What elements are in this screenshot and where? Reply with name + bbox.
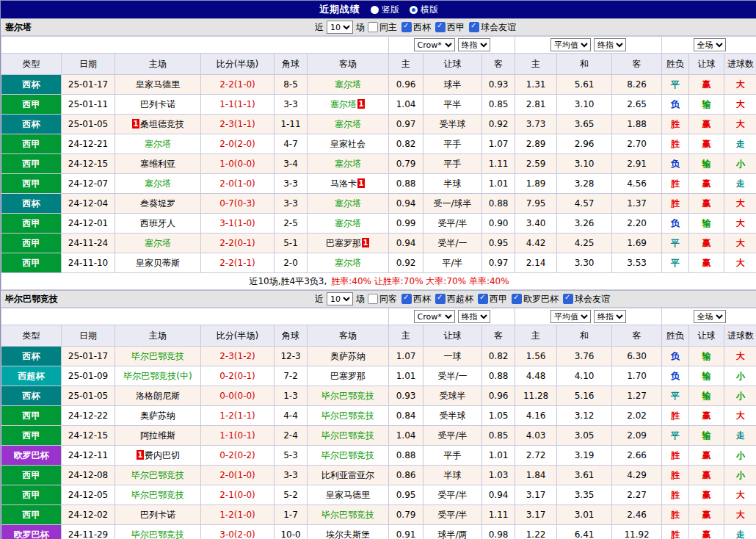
home-team-link[interactable]: 洛格朗尼斯	[136, 391, 180, 401]
layout-option-horizontal[interactable]: 横版	[410, 4, 438, 16]
away-team-link[interactable]: 塞尔塔	[335, 198, 361, 209]
home-team-link[interactable]: 叁葵堤罗	[140, 198, 175, 209]
asian-time-select[interactable]: 终指	[458, 38, 490, 51]
away-team-link[interactable]: 塞尔塔	[335, 79, 361, 90]
filter-checkbox[interactable]: 同主	[368, 21, 397, 34]
home-team-link[interactable]: 费内巴切	[145, 450, 180, 460]
euro-type-select[interactable]: 平均值	[550, 38, 591, 51]
column-header: 进球数	[724, 325, 756, 347]
scope-select-cell: 全场	[662, 37, 756, 54]
match-date: 25-01-05	[62, 386, 115, 406]
score-link[interactable]: 1-0(0-0)	[201, 154, 275, 174]
team-name-link[interactable]: 塞尔塔	[5, 21, 32, 34]
score-link[interactable]: 1-2(1-1)	[201, 406, 275, 426]
away-team-cell: 塞尔塔	[308, 214, 389, 234]
away-team-link[interactable]: 塞尔塔	[335, 119, 361, 129]
score-link[interactable]: 2-0(1-0)	[201, 466, 275, 485]
home-team-link[interactable]: 巴列卡诺	[140, 510, 175, 520]
score-link[interactable]: 3-0(2-0)	[201, 525, 275, 539]
home-team-link[interactable]: 毕尔巴鄂竞技	[131, 529, 184, 539]
score-link[interactable]: 0-2(0-2)	[201, 446, 275, 466]
score-link[interactable]: 3-1(1-0)	[201, 214, 275, 234]
away-team-link[interactable]: 埃尔夫斯堡	[326, 529, 370, 539]
score-link[interactable]: 2-1(0-0)	[201, 485, 275, 505]
home-team-link[interactable]: 皇家马德里	[136, 79, 180, 90]
away-team-link[interactable]: 毕尔巴鄂竞技	[321, 391, 374, 401]
score-link[interactable]: 2-2(1-0)	[201, 75, 275, 95]
away-team-link[interactable]: 塞尔塔	[335, 258, 361, 268]
away-team-link[interactable]: 毕尔巴鄂竞技	[321, 410, 374, 421]
home-team-link[interactable]: 西班牙人	[140, 218, 175, 228]
score-link[interactable]: 1-1(1-1)	[201, 95, 275, 115]
away-team-link[interactable]: 比利亚雷亚尔	[321, 470, 374, 480]
asian-handicap: 平手	[424, 134, 482, 154]
asian-odds-selects-cell: Crow*终指	[389, 37, 515, 54]
score-link[interactable]: 1-2(1-0)	[201, 505, 275, 525]
home-team-link[interactable]: 皇家贝蒂斯	[136, 258, 180, 268]
score-link[interactable]: 0-0(0-0)	[201, 386, 275, 406]
asian-home-odds: 0.97	[389, 115, 424, 134]
score-link[interactable]: 2-2(0-1)	[201, 234, 275, 253]
euro-home-odds: 1.56	[515, 347, 557, 366]
home-team-link[interactable]: 桑坦德竞技	[140, 119, 184, 129]
filter-checkbox[interactable]: 同客	[368, 293, 397, 305]
filter-checkbox[interactable]: 欧罗巴杯	[512, 293, 559, 305]
score-link[interactable]: 0-7(0-3)	[201, 194, 275, 214]
filter-checkbox[interactable]: 西杯	[401, 293, 431, 305]
home-team-link[interactable]: 奥萨苏纳	[140, 410, 175, 421]
home-team-link[interactable]: 毕尔巴鄂竞技	[131, 490, 184, 500]
euro-time-select[interactable]: 终指	[594, 310, 626, 323]
team-name-link[interactable]: 毕尔巴鄂竞技	[5, 293, 58, 305]
match-count-select[interactable]: 10	[327, 292, 353, 305]
summary-cell: 近10场,胜4平3负3,胜率:40% 让胜率:70% 大率:70% 单率:40%	[1, 273, 756, 290]
scope-select[interactable]: 全场	[694, 310, 726, 323]
filter-checkbox[interactable]: 西杯	[401, 21, 431, 34]
filter-checkbox[interactable]: 球会友谊	[563, 293, 610, 305]
filter-checkbox[interactable]: 西甲	[435, 21, 465, 34]
home-team-link[interactable]: 阿拉维斯	[140, 430, 175, 441]
score-link[interactable]: 2-0(2-0)	[201, 134, 275, 154]
asian-time-select[interactable]: 终指	[458, 310, 490, 323]
home-team-link[interactable]: 塞维利亚	[140, 159, 175, 169]
match-row: 西甲24-12-21塞尔塔2-0(2-0)4-7皇家社会0.82平手1.072.…	[1, 134, 756, 154]
home-team-link[interactable]: 塞尔塔	[145, 238, 171, 248]
bookmaker-select[interactable]: Crow*	[414, 38, 455, 51]
euro-type-select[interactable]: 平均值	[550, 310, 591, 323]
bookmaker-select[interactable]: Crow*	[414, 310, 455, 323]
home-team-link[interactable]: 毕尔巴鄂竞技	[131, 351, 184, 361]
home-team-link[interactable]: 毕尔巴鄂竞技	[131, 470, 184, 480]
away-team-link[interactable]: 巴塞罗那	[330, 371, 366, 381]
home-team-link[interactable]: 巴列卡诺	[140, 99, 175, 109]
away-team-link[interactable]: 塞尔塔	[330, 99, 357, 109]
euro-odds-selects-cell: 平均值终指	[515, 37, 662, 54]
away-team-link[interactable]: 奥萨苏纳	[330, 351, 366, 361]
away-team-link[interactable]: 塞尔塔	[335, 218, 361, 228]
home-team-link[interactable]: 塞尔塔	[145, 178, 171, 189]
filter-checkbox[interactable]: 西超杯	[435, 293, 473, 305]
away-team-link[interactable]: 塞尔塔	[335, 159, 361, 169]
score-link[interactable]: 2-2(1-1)	[201, 253, 275, 273]
score-link[interactable]: 2-3(1-1)	[201, 115, 275, 134]
home-team-link[interactable]: 塞尔塔	[145, 139, 171, 149]
match-row: 西甲24-12-15阿拉维斯1-1(0-1)2-4毕尔巴鄂竞技1.04受平/半0…	[1, 426, 756, 446]
away-team-link[interactable]: 毕尔巴鄂竞技	[321, 510, 374, 520]
away-team-link[interactable]: 马洛卡	[330, 178, 357, 189]
match-count-select[interactable]: 10	[327, 21, 353, 34]
away-team-link[interactable]: 巴塞罗那	[326, 238, 361, 248]
away-team-link[interactable]: 毕尔巴鄂竞技	[321, 450, 374, 460]
away-team-link[interactable]: 皇家马德里	[326, 490, 370, 500]
filter-checkbox[interactable]: 西甲	[478, 293, 507, 305]
scope-select[interactable]: 全场	[694, 38, 726, 51]
score-link[interactable]: 1-1(0-1)	[201, 426, 275, 446]
away-team-link[interactable]: 皇家社会	[330, 139, 366, 149]
score-link[interactable]: 2-3(1-2)	[201, 347, 275, 366]
euro-time-select[interactable]: 终指	[594, 38, 626, 51]
filter-checkbox[interactable]: 球会友谊	[469, 21, 516, 34]
league-type-badge: 西甲	[1, 406, 62, 426]
score-link[interactable]: 2-0(1-0)	[201, 174, 275, 194]
score-link[interactable]: 0-2(0-1)	[201, 366, 275, 386]
home-team-link[interactable]: 毕尔巴鄂竞技(中)	[123, 371, 192, 381]
asian-home-odds: 0.82	[389, 134, 424, 154]
layout-option-vertical[interactable]: 竖版	[371, 4, 399, 16]
away-team-link[interactable]: 毕尔巴鄂竞技	[321, 430, 374, 441]
